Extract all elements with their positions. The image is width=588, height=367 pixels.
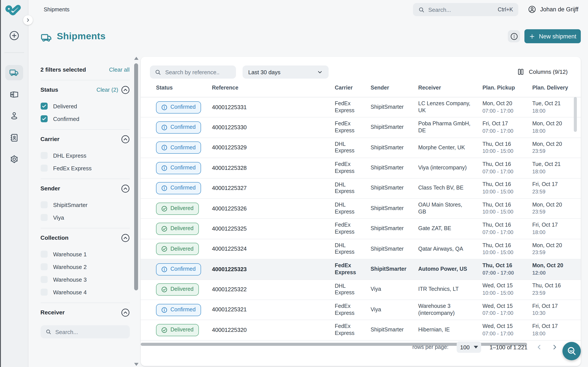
status-badge[interactable]: Confirmed <box>156 263 201 275</box>
sidebar-item-shipments[interactable] <box>5 65 23 80</box>
sidebar-item-containers[interactable] <box>5 87 23 102</box>
clear-status-filter-link[interactable]: Clear (2) <box>96 86 118 93</box>
checkbox-unchecked[interactable] <box>40 152 47 159</box>
user-menu[interactable]: Johan de Grijff <box>528 5 578 14</box>
status-badge[interactable]: Delivered <box>156 223 199 235</box>
filter-scrollbar-thumb[interactable] <box>134 63 138 290</box>
column-header-plan-delivery[interactable]: Plan. Delivery <box>532 85 578 97</box>
brand-logo-icon[interactable] <box>5 4 23 18</box>
sidebar-item-locations[interactable] <box>5 108 23 124</box>
checkbox-checked[interactable] <box>40 115 47 122</box>
status-badge[interactable]: Delivered <box>156 243 199 255</box>
filter-option[interactable]: Warehouse 2 <box>40 263 130 270</box>
filter-scrollbar[interactable] <box>134 56 138 367</box>
sidebar-item-settings[interactable] <box>5 151 23 167</box>
table-row[interactable]: Confirmed40001225329DHL ExpressShipitSma… <box>141 138 581 158</box>
filter-option-label: DHL Express <box>53 152 86 159</box>
table-row[interactable]: Delivered40001225320FedEx ExpressShipitS… <box>141 320 581 341</box>
reference-cell[interactable]: 40001225328 <box>212 164 335 172</box>
filter-option[interactable]: Warehouse 3 <box>40 276 130 283</box>
chevron-up-circle-icon[interactable] <box>121 308 130 317</box>
checkbox-unchecked[interactable] <box>40 251 47 258</box>
create-new-icon[interactable] <box>9 30 20 41</box>
global-search-input[interactable]: Search... Ctrl+K <box>413 3 518 16</box>
chevron-up-circle-icon[interactable] <box>121 135 130 143</box>
filter-option[interactable]: Confirmed <box>40 115 130 122</box>
column-header-sender[interactable]: Sender <box>371 85 418 97</box>
chevron-up-circle-icon[interactable] <box>121 85 130 94</box>
reference-cell[interactable]: 40001225322 <box>212 286 335 293</box>
sidebar-expand-button[interactable] <box>23 15 33 25</box>
filter-option[interactable]: DHL Express <box>40 152 130 159</box>
receiver-search-input[interactable]: Search... <box>40 325 130 338</box>
clear-all-filters-link[interactable]: Clear all <box>109 66 130 73</box>
table-row[interactable]: Confirmed40001225321FedEx ExpressViyaWar… <box>141 300 581 320</box>
scroll-up-arrow-icon[interactable] <box>134 57 138 60</box>
page-more-options-button[interactable] <box>508 30 520 42</box>
filter-option[interactable]: Warehouse 1 <box>40 251 130 258</box>
planned-pickup-cell-date: Thu, Oct 16 <box>482 262 528 269</box>
columns-button[interactable]: Columns (9/12) <box>517 68 568 75</box>
table-row[interactable]: Delivered40001225322DHL ExpressViyaITR T… <box>141 280 581 300</box>
checkbox-unchecked[interactable] <box>40 276 47 283</box>
filter-option[interactable]: Viya <box>40 214 130 221</box>
table-row[interactable]: Confirmed40001225327DHL ExpressShipitSma… <box>141 178 581 199</box>
table-row[interactable]: Delivered40001225324DHL ExpressShipitSma… <box>141 239 581 259</box>
reference-cell[interactable]: 40001225320 <box>212 327 335 334</box>
table-row[interactable]: Confirmed40001225328FedEx ExpressShipitS… <box>141 158 581 178</box>
checkbox-unchecked[interactable] <box>40 214 47 221</box>
column-header-plan-pickup[interactable]: Plan. Pickup <box>482 85 532 97</box>
status-badge[interactable]: Confirmed <box>156 121 201 133</box>
reference-cell[interactable]: 40001225326 <box>212 205 335 212</box>
reference-cell[interactable]: 40001225327 <box>212 185 335 192</box>
reference-cell[interactable]: 40001225321 <box>212 306 335 314</box>
status-badge[interactable]: Confirmed <box>156 162 201 174</box>
status-badge[interactable]: Delivered <box>156 284 199 296</box>
filter-option[interactable]: Delivered <box>40 103 130 110</box>
table-row[interactable]: Delivered40001225326DHL ExpressShipitSma… <box>141 199 581 219</box>
status-badge[interactable]: Delivered <box>156 202 199 215</box>
checkbox-unchecked[interactable] <box>40 201 47 208</box>
sidebar-item-contacts[interactable] <box>5 130 23 145</box>
checkbox-unchecked[interactable] <box>40 165 47 172</box>
filter-option[interactable]: Warehouse 4 <box>40 289 130 296</box>
status-badge[interactable]: Confirmed <box>156 101 201 113</box>
column-header-status[interactable]: Status <box>156 85 212 97</box>
previous-page-button[interactable] <box>536 344 543 351</box>
table-row[interactable]: Confirmed40001225323FedEx ExpressShipitS… <box>141 259 581 280</box>
rows-per-page-select[interactable]: 100 <box>457 342 481 353</box>
reference-cell[interactable]: 40001225324 <box>212 246 335 253</box>
date-range-select[interactable]: Last 30 days <box>243 66 329 79</box>
status-badge[interactable]: Delivered <box>156 324 199 336</box>
chevron-up-circle-icon[interactable] <box>121 234 130 242</box>
status-badge[interactable]: Confirmed <box>156 182 201 194</box>
status-badge[interactable]: Confirmed <box>156 304 201 316</box>
scroll-down-arrow-icon[interactable] <box>134 363 138 366</box>
reference-cell[interactable]: 40001225329 <box>212 144 335 151</box>
reference-cell[interactable]: 40001225331 <box>212 104 335 111</box>
column-header-reference[interactable]: Reference <box>212 85 335 97</box>
status-badge[interactable]: Confirmed <box>156 142 201 154</box>
table-row[interactable]: Confirmed40001225330FedEx ExpressShipitS… <box>141 118 581 138</box>
table-vertical-scrollbar-thumb[interactable] <box>574 97 577 132</box>
checkbox-unchecked[interactable] <box>40 263 47 270</box>
filter-option[interactable]: ShipitSmarter <box>40 201 130 208</box>
table-row[interactable]: Confirmed40001225331FedEx ExpressShipitS… <box>141 97 581 118</box>
reference-cell[interactable]: 40001225323 <box>212 266 335 273</box>
next-page-button[interactable] <box>551 344 558 351</box>
reference-cell[interactable]: 40001225330 <box>212 124 335 131</box>
planned-pickup-cell-time: 10:00 - 15:00 <box>482 148 528 155</box>
checkbox-unchecked[interactable] <box>40 289 47 296</box>
column-header-receiver[interactable]: Receiver <box>418 85 482 97</box>
new-shipment-button[interactable]: New shipment <box>524 29 581 43</box>
chevron-up-circle-icon[interactable] <box>121 184 130 193</box>
planned-delivery-cell-date: Fri, Oct 17 <box>532 303 574 310</box>
checkbox-checked[interactable] <box>40 103 47 110</box>
support-search-fab[interactable] <box>562 342 581 360</box>
reference-search-input[interactable]: Search by reference.. <box>150 66 236 79</box>
breadcrumb[interactable]: Shipments <box>44 7 69 13</box>
column-header-carrier[interactable]: Carrier <box>335 85 371 97</box>
filter-option[interactable]: FedEx Express <box>40 165 130 172</box>
reference-cell[interactable]: 40001225325 <box>212 225 335 233</box>
table-row[interactable]: Delivered40001225325FedEx ExpressShipitS… <box>141 219 581 239</box>
